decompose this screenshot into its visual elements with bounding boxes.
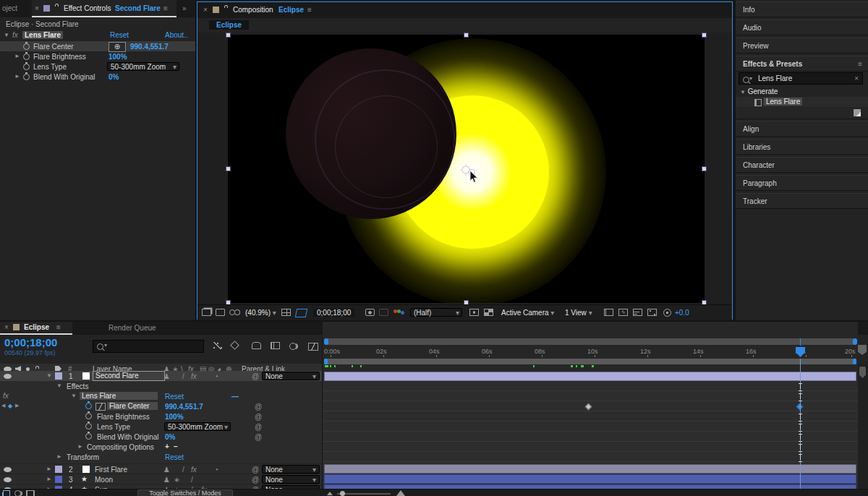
solid-swatch[interactable] — [82, 466, 90, 473]
expand-icon[interactable]: ► — [46, 466, 52, 472]
layer-switch-icon[interactable]: / — [182, 372, 184, 380]
comp-marker-bin-icon[interactable] — [858, 345, 867, 355]
frame-blending-toggle-icon[interactable] — [3, 490, 10, 496]
property-value[interactable]: 0% — [165, 433, 175, 441]
clear-search-icon[interactable]: × — [854, 73, 859, 84]
layer-switch-icon[interactable]: fx — [191, 372, 197, 380]
effects-result-row[interactable]: Lens Flare — [736, 97, 868, 107]
work-area-end[interactable] — [853, 359, 856, 364]
zoom-in-mountain-icon[interactable] — [396, 490, 405, 496]
layer-bar-first-flare[interactable] — [324, 464, 856, 474]
collapse-icon[interactable]: ▼ — [740, 89, 746, 95]
brainstorm-icon[interactable] — [26, 490, 35, 496]
layer-switch-icon[interactable]: ∗ — [174, 476, 179, 484]
effect-name[interactable]: Lens Flare — [80, 392, 158, 400]
effects-group-generate[interactable]: ▼ Generate — [740, 87, 778, 95]
expand-icon[interactable]: ► — [14, 73, 20, 80]
property-value[interactable]: 990.4,551.7 — [165, 403, 203, 411]
view-layout-dropdown[interactable]: 1 View ▾ — [565, 309, 592, 317]
transparency-grid-icon[interactable] — [484, 309, 493, 316]
goggles-icon[interactable] — [229, 309, 235, 315]
pickwhip-icon[interactable]: @ — [255, 433, 262, 441]
mask-visibility-icon[interactable] — [295, 309, 308, 317]
effects-group-row[interactable]: ▼ Effects — [0, 381, 322, 391]
stopwatch-icon[interactable] — [23, 74, 30, 80]
layer-switch-icon[interactable]: ♟ — [163, 372, 170, 380]
effect-result-name[interactable]: Lens Flare — [764, 98, 802, 106]
layer-name[interactable]: Moon — [95, 476, 113, 484]
property-value[interactable]: 0% — [109, 73, 119, 81]
layer-switch-icon[interactable]: ◔ — [214, 372, 218, 380]
timeline-navigator-bar[interactable] — [325, 338, 856, 345]
parent-dropdown[interactable]: None▾ — [262, 475, 320, 484]
tab-render-queue[interactable]: Render Queue — [109, 324, 156, 332]
selection-handle[interactable] — [464, 33, 469, 38]
about-link[interactable]: About.. — [165, 31, 188, 39]
mini-flowchart-icon[interactable] — [213, 342, 222, 349]
layer-switch-icon[interactable]: ♟ — [163, 466, 170, 474]
ec-row-flare-brightness[interactable]: ► Flare Brightness 100% — [0, 51, 195, 61]
work-area-bar[interactable] — [324, 359, 856, 364]
layer-name[interactable]: First Flare — [95, 466, 127, 474]
panel-header-preview[interactable]: Preview — [736, 38, 868, 54]
tab-timeline-eclipse[interactable]: × Eclipse ≡ — [0, 322, 72, 335]
panel-header-paragraph[interactable]: Paragraph — [736, 175, 868, 191]
pixel-aspect-icon[interactable] — [604, 309, 613, 316]
snapshot-camera-icon[interactable] — [365, 309, 375, 316]
prop-flare-center-row[interactable]: ◀ ◆ ▶ Flare Center 990.4,551.7 @ — [0, 401, 322, 411]
compositing-options-row[interactable]: ► Compositing Options + − — [0, 442, 322, 452]
current-timecode[interactable]: 0;00;18;00 — [4, 336, 57, 349]
stopwatch-icon[interactable] — [85, 423, 92, 429]
lens-type-dropdown[interactable]: 50-300mm Zoom▾ — [164, 422, 231, 431]
resolution-dropdown[interactable]: (Half)▾ — [410, 308, 462, 317]
timeline-zoom-knob[interactable] — [340, 491, 345, 496]
scrollbar-thumb[interactable] — [859, 367, 866, 378]
timeline-vertical-scrollbar[interactable] — [858, 364, 868, 488]
close-icon[interactable]: × — [203, 6, 208, 14]
draft-3d-icon[interactable] — [230, 341, 239, 350]
graph-editor-icon[interactable] — [308, 343, 318, 351]
effects-search-input[interactable]: ▾ Lens Flare × — [739, 72, 863, 85]
property-value[interactable]: 990.4,551.7 — [130, 43, 169, 51]
zoom-out-mountain-icon[interactable] — [327, 492, 333, 495]
time-ruler[interactable]: 0:00s 02s 04s 06s 08s 10s 12s 14s 16s 18… — [323, 345, 858, 359]
panel-header-align[interactable]: Align — [736, 121, 868, 137]
remove-reference-icon[interactable]: − — [174, 442, 178, 450]
magnification-dropdown[interactable]: (40.9%) ▾ — [245, 309, 276, 317]
prop-lens-type-row[interactable]: Lens Type 50-300mm Zoom▾ @ — [0, 422, 322, 432]
work-area-start[interactable] — [324, 359, 328, 364]
panel-menu-icon[interactable]: ≡ — [56, 323, 61, 331]
panel-menu-icon[interactable]: ≡ — [858, 56, 862, 72]
prev-keyframe-icon[interactable]: ◀ — [1, 403, 5, 409]
selection-handle[interactable] — [226, 166, 231, 171]
layer-switch-icon[interactable]: / — [182, 466, 184, 474]
panel-header-libraries[interactable]: Libraries — [736, 139, 868, 155]
panel-menu-icon[interactable]: ≡ — [163, 4, 168, 12]
selection-handle[interactable] — [702, 33, 707, 38]
parent-dropdown[interactable]: None▾ — [262, 372, 320, 380]
ec-row-lens-type[interactable]: Lens Type 50-300mm Zoom ▾ — [0, 61, 195, 72]
comp-viewer[interactable] — [228, 35, 705, 303]
label-color-chip[interactable] — [55, 372, 62, 380]
tab-project[interactable]: oject — [2, 4, 17, 12]
eye-icon[interactable] — [4, 374, 12, 379]
pickwhip-icon[interactable]: @ — [255, 423, 262, 431]
property-value[interactable]: 100% — [109, 53, 127, 61]
label-color-chip[interactable] — [55, 476, 62, 483]
ec-row-blend[interactable]: ► Blend With Original 0% — [0, 72, 195, 82]
toggle-switches-modes-button[interactable]: Toggle Switches / Modes — [137, 489, 233, 496]
selection-handle[interactable] — [226, 33, 231, 38]
layer-bar-moon[interactable] — [324, 474, 856, 484]
panel-header-character[interactable]: Character — [736, 157, 868, 173]
add-reference-icon[interactable]: + — [165, 442, 169, 450]
layer-switch-icon[interactable]: ◔ — [214, 466, 218, 474]
reset-link[interactable]: Reset — [165, 453, 184, 461]
layer-bar-second-flare[interactable] — [324, 372, 856, 381]
region-of-interest-icon[interactable] — [469, 309, 479, 316]
layer-switch-icon[interactable]: / — [191, 476, 193, 484]
collapse-icon[interactable]: ▼ — [56, 382, 62, 389]
navigator-start-handle[interactable] — [324, 338, 328, 345]
motion-blur-icon[interactable] — [289, 343, 297, 350]
frame-blending-icon[interactable] — [271, 342, 280, 349]
exposure-value[interactable]: +0.0 — [675, 309, 689, 317]
